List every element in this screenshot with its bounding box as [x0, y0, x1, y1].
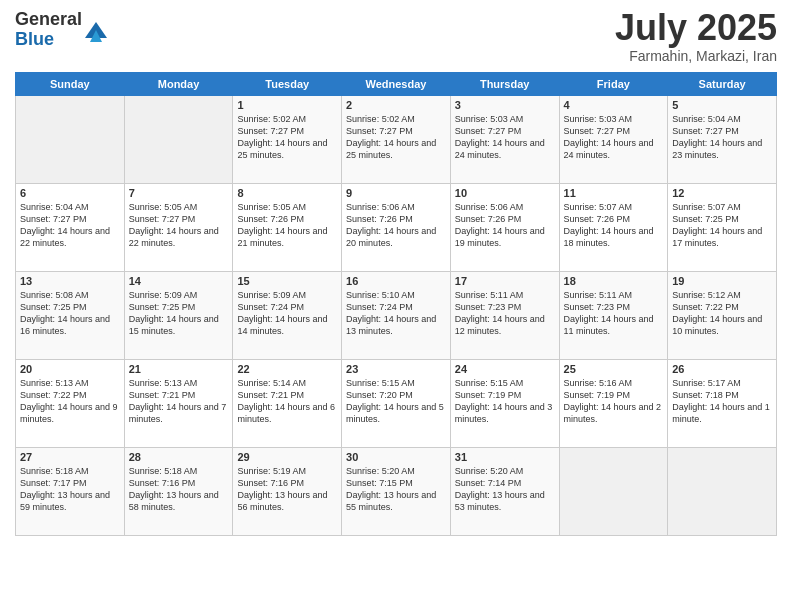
day-number: 10	[455, 187, 555, 199]
calendar-cell: 29Sunrise: 5:19 AMSunset: 7:16 PMDayligh…	[233, 448, 342, 536]
cell-info: Sunrise: 5:14 AMSunset: 7:21 PMDaylight:…	[237, 377, 337, 426]
day-number: 31	[455, 451, 555, 463]
logo-text: General Blue	[15, 10, 82, 50]
calendar-cell: 14Sunrise: 5:09 AMSunset: 7:25 PMDayligh…	[124, 272, 233, 360]
calendar-cell: 21Sunrise: 5:13 AMSunset: 7:21 PMDayligh…	[124, 360, 233, 448]
cell-info: Sunrise: 5:15 AMSunset: 7:19 PMDaylight:…	[455, 377, 555, 426]
day-number: 26	[672, 363, 772, 375]
calendar-cell: 27Sunrise: 5:18 AMSunset: 7:17 PMDayligh…	[16, 448, 125, 536]
calendar-cell: 26Sunrise: 5:17 AMSunset: 7:18 PMDayligh…	[668, 360, 777, 448]
day-number: 29	[237, 451, 337, 463]
calendar-cell: 16Sunrise: 5:10 AMSunset: 7:24 PMDayligh…	[342, 272, 451, 360]
cell-info: Sunrise: 5:11 AMSunset: 7:23 PMDaylight:…	[455, 289, 555, 338]
cell-info: Sunrise: 5:02 AMSunset: 7:27 PMDaylight:…	[346, 113, 446, 162]
calendar-cell: 9Sunrise: 5:06 AMSunset: 7:26 PMDaylight…	[342, 184, 451, 272]
calendar-cell: 18Sunrise: 5:11 AMSunset: 7:23 PMDayligh…	[559, 272, 668, 360]
day-number: 22	[237, 363, 337, 375]
weekday-header: Sunday	[16, 73, 125, 96]
day-number: 15	[237, 275, 337, 287]
calendar-cell: 17Sunrise: 5:11 AMSunset: 7:23 PMDayligh…	[450, 272, 559, 360]
cell-info: Sunrise: 5:06 AMSunset: 7:26 PMDaylight:…	[455, 201, 555, 250]
day-number: 16	[346, 275, 446, 287]
calendar-cell: 7Sunrise: 5:05 AMSunset: 7:27 PMDaylight…	[124, 184, 233, 272]
weekday-header: Thursday	[450, 73, 559, 96]
cell-info: Sunrise: 5:02 AMSunset: 7:27 PMDaylight:…	[237, 113, 337, 162]
calendar-cell: 25Sunrise: 5:16 AMSunset: 7:19 PMDayligh…	[559, 360, 668, 448]
day-number: 3	[455, 99, 555, 111]
cell-info: Sunrise: 5:03 AMSunset: 7:27 PMDaylight:…	[564, 113, 664, 162]
day-number: 20	[20, 363, 120, 375]
calendar-cell	[559, 448, 668, 536]
cell-info: Sunrise: 5:17 AMSunset: 7:18 PMDaylight:…	[672, 377, 772, 426]
calendar-cell: 22Sunrise: 5:14 AMSunset: 7:21 PMDayligh…	[233, 360, 342, 448]
day-number: 25	[564, 363, 664, 375]
cell-info: Sunrise: 5:20 AMSunset: 7:14 PMDaylight:…	[455, 465, 555, 514]
day-number: 9	[346, 187, 446, 199]
header: General Blue July 2025 Farmahin, Markazi…	[15, 10, 777, 64]
calendar-cell: 20Sunrise: 5:13 AMSunset: 7:22 PMDayligh…	[16, 360, 125, 448]
cell-info: Sunrise: 5:08 AMSunset: 7:25 PMDaylight:…	[20, 289, 120, 338]
cell-info: Sunrise: 5:07 AMSunset: 7:26 PMDaylight:…	[564, 201, 664, 250]
logo-blue: Blue	[15, 30, 82, 50]
day-number: 5	[672, 99, 772, 111]
calendar-cell: 12Sunrise: 5:07 AMSunset: 7:25 PMDayligh…	[668, 184, 777, 272]
cell-info: Sunrise: 5:09 AMSunset: 7:24 PMDaylight:…	[237, 289, 337, 338]
weekday-header: Wednesday	[342, 73, 451, 96]
day-number: 2	[346, 99, 446, 111]
calendar-cell: 1Sunrise: 5:02 AMSunset: 7:27 PMDaylight…	[233, 96, 342, 184]
cell-info: Sunrise: 5:12 AMSunset: 7:22 PMDaylight:…	[672, 289, 772, 338]
cell-info: Sunrise: 5:20 AMSunset: 7:15 PMDaylight:…	[346, 465, 446, 514]
day-number: 18	[564, 275, 664, 287]
month-title: July 2025	[615, 10, 777, 46]
calendar-cell: 4Sunrise: 5:03 AMSunset: 7:27 PMDaylight…	[559, 96, 668, 184]
day-number: 30	[346, 451, 446, 463]
calendar-cell	[16, 96, 125, 184]
calendar-cell	[668, 448, 777, 536]
logo: General Blue	[15, 10, 107, 50]
calendar-cell: 2Sunrise: 5:02 AMSunset: 7:27 PMDaylight…	[342, 96, 451, 184]
calendar-cell: 5Sunrise: 5:04 AMSunset: 7:27 PMDaylight…	[668, 96, 777, 184]
page: General Blue July 2025 Farmahin, Markazi…	[0, 0, 792, 612]
calendar-week-row: 20Sunrise: 5:13 AMSunset: 7:22 PMDayligh…	[16, 360, 777, 448]
day-number: 7	[129, 187, 229, 199]
day-number: 14	[129, 275, 229, 287]
calendar-cell: 13Sunrise: 5:08 AMSunset: 7:25 PMDayligh…	[16, 272, 125, 360]
day-number: 6	[20, 187, 120, 199]
calendar-cell: 28Sunrise: 5:18 AMSunset: 7:16 PMDayligh…	[124, 448, 233, 536]
day-number: 28	[129, 451, 229, 463]
day-number: 13	[20, 275, 120, 287]
cell-info: Sunrise: 5:09 AMSunset: 7:25 PMDaylight:…	[129, 289, 229, 338]
location: Farmahin, Markazi, Iran	[615, 48, 777, 64]
cell-info: Sunrise: 5:15 AMSunset: 7:20 PMDaylight:…	[346, 377, 446, 426]
cell-info: Sunrise: 5:07 AMSunset: 7:25 PMDaylight:…	[672, 201, 772, 250]
calendar-cell: 3Sunrise: 5:03 AMSunset: 7:27 PMDaylight…	[450, 96, 559, 184]
cell-info: Sunrise: 5:13 AMSunset: 7:21 PMDaylight:…	[129, 377, 229, 426]
calendar: SundayMondayTuesdayWednesdayThursdayFrid…	[15, 72, 777, 536]
calendar-week-row: 1Sunrise: 5:02 AMSunset: 7:27 PMDaylight…	[16, 96, 777, 184]
cell-info: Sunrise: 5:05 AMSunset: 7:26 PMDaylight:…	[237, 201, 337, 250]
calendar-cell: 19Sunrise: 5:12 AMSunset: 7:22 PMDayligh…	[668, 272, 777, 360]
cell-info: Sunrise: 5:04 AMSunset: 7:27 PMDaylight:…	[20, 201, 120, 250]
day-number: 19	[672, 275, 772, 287]
cell-info: Sunrise: 5:06 AMSunset: 7:26 PMDaylight:…	[346, 201, 446, 250]
day-number: 23	[346, 363, 446, 375]
calendar-cell: 23Sunrise: 5:15 AMSunset: 7:20 PMDayligh…	[342, 360, 451, 448]
calendar-cell	[124, 96, 233, 184]
cell-info: Sunrise: 5:13 AMSunset: 7:22 PMDaylight:…	[20, 377, 120, 426]
day-number: 12	[672, 187, 772, 199]
cell-info: Sunrise: 5:05 AMSunset: 7:27 PMDaylight:…	[129, 201, 229, 250]
logo-general: General	[15, 10, 82, 30]
cell-info: Sunrise: 5:19 AMSunset: 7:16 PMDaylight:…	[237, 465, 337, 514]
calendar-cell: 8Sunrise: 5:05 AMSunset: 7:26 PMDaylight…	[233, 184, 342, 272]
calendar-week-row: 27Sunrise: 5:18 AMSunset: 7:17 PMDayligh…	[16, 448, 777, 536]
day-number: 11	[564, 187, 664, 199]
calendar-cell: 31Sunrise: 5:20 AMSunset: 7:14 PMDayligh…	[450, 448, 559, 536]
calendar-week-row: 6Sunrise: 5:04 AMSunset: 7:27 PMDaylight…	[16, 184, 777, 272]
weekday-header: Friday	[559, 73, 668, 96]
cell-info: Sunrise: 5:11 AMSunset: 7:23 PMDaylight:…	[564, 289, 664, 338]
calendar-cell: 30Sunrise: 5:20 AMSunset: 7:15 PMDayligh…	[342, 448, 451, 536]
cell-info: Sunrise: 5:18 AMSunset: 7:17 PMDaylight:…	[20, 465, 120, 514]
day-number: 8	[237, 187, 337, 199]
cell-info: Sunrise: 5:10 AMSunset: 7:24 PMDaylight:…	[346, 289, 446, 338]
weekday-header: Tuesday	[233, 73, 342, 96]
